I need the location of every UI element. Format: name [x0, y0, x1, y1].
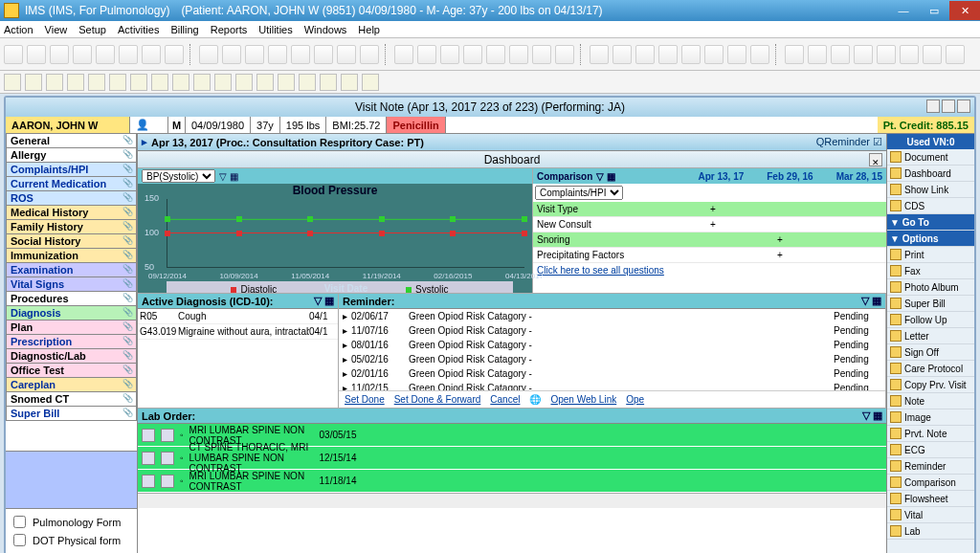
comparison-date[interactable]: Apr 13, 17: [698, 171, 744, 182]
toolbar-button-9[interactable]: [222, 45, 241, 64]
toolbar2-button-15[interactable]: [320, 74, 337, 91]
window-close-button[interactable]: ✕: [949, 1, 980, 20]
toolbar-button-6[interactable]: [142, 45, 161, 64]
toolbar2-button-3[interactable]: [67, 74, 84, 91]
comparison-row[interactable]: Visit Type+: [533, 202, 886, 217]
nav-allergy[interactable]: Allergy📎: [6, 147, 137, 163]
toolbar2-button-13[interactable]: [278, 74, 295, 91]
toolbar2-button-5[interactable]: [109, 74, 126, 91]
rnav-prvt-note[interactable]: Prvt. Note: [887, 426, 974, 442]
nav-super-bill[interactable]: Super Bill📎: [6, 406, 137, 421]
rnav-dashboard[interactable]: Dashboard: [887, 166, 974, 182]
toolbar2-button-2[interactable]: [46, 74, 63, 91]
reminder-row[interactable]: ▸11/02/15Green Opiod Risk Catagory -Pend…: [339, 381, 885, 390]
toolbar-button-28[interactable]: [681, 45, 701, 64]
rnav-copy-prv-visit[interactable]: Copy Prv. Visit: [887, 377, 974, 393]
toolbar2-button-8[interactable]: [172, 74, 189, 91]
toolbar-button-21[interactable]: [509, 45, 528, 64]
reminder-row[interactable]: ▸02/06/17Green Opiod Risk Catagory -Pend…: [339, 309, 885, 323]
comparison-date[interactable]: Feb 29, 16: [767, 171, 813, 182]
menu-action[interactable]: Action: [4, 24, 33, 35]
reminder-row[interactable]: ▸05/02/16Green Opiod Risk Catagory -Pend…: [339, 352, 885, 366]
nav-family-history[interactable]: Family History📎: [6, 219, 137, 234]
toolbar-button-26[interactable]: [635, 45, 655, 64]
toolbar-button-25[interactable]: [612, 45, 632, 64]
reminder-row[interactable]: ▸11/07/16Green Opiod Risk Catagory -Pend…: [339, 323, 885, 338]
nav-medical-history[interactable]: Medical History📎: [6, 205, 137, 220]
comparison-category-select[interactable]: Complaints/HPI: [535, 186, 623, 200]
toolbar-button-36[interactable]: [877, 45, 896, 64]
comparison-all-questions-link[interactable]: Click here to see all questions: [533, 263, 886, 277]
toolbar-button-7[interactable]: [165, 45, 184, 64]
menu-reports[interactable]: Reports: [211, 24, 248, 35]
toolbar-button-20[interactable]: [486, 45, 505, 64]
toolbar-button-1[interactable]: [27, 45, 46, 64]
toolbar-button-3[interactable]: [73, 45, 92, 64]
toolbar-button-35[interactable]: [854, 45, 873, 64]
nav-procedures[interactable]: Procedures📎: [6, 291, 137, 306]
rnav-note[interactable]: Note: [887, 393, 974, 409]
nav-immunization[interactable]: Immunization📎: [6, 248, 137, 263]
rnav-follow-up[interactable]: Follow Up: [887, 312, 974, 328]
rnav-cds[interactable]: CDS: [887, 198, 974, 214]
nav-plan[interactable]: Plan📎: [6, 320, 137, 335]
toolbar-button-30[interactable]: [727, 45, 746, 64]
reminder-action-link[interactable]: Cancel: [490, 394, 520, 405]
toolbar2-button-7[interactable]: [151, 74, 168, 91]
reminder-row[interactable]: ▸02/01/16Green Opiod Risk Catagory -Pend…: [339, 366, 885, 381]
toolbar-button-14[interactable]: [337, 45, 356, 64]
rnav-lab[interactable]: Lab: [887, 523, 974, 540]
toolbar-button-38[interactable]: [923, 45, 942, 64]
menu-activities[interactable]: Activities: [118, 24, 159, 35]
menu-windows[interactable]: Windows: [304, 24, 347, 35]
toolbar-button-8[interactable]: [199, 45, 218, 64]
dashboard-close-button[interactable]: ✕: [869, 153, 882, 166]
reminder-action-link[interactable]: Ope: [626, 394, 644, 405]
toolbar-button-34[interactable]: [831, 45, 850, 64]
toolbar-button-16[interactable]: [394, 45, 413, 64]
rnav-photo-album[interactable]: Photo Album: [887, 279, 974, 296]
toolbar-button-31[interactable]: [750, 45, 769, 64]
rnav-image[interactable]: Image: [887, 409, 974, 426]
toolbar-button-4[interactable]: [96, 45, 115, 64]
rnav-comparison[interactable]: Comparison: [887, 475, 974, 491]
toolbar-button-10[interactable]: [245, 45, 264, 64]
toolbar-button-15[interactable]: [360, 45, 379, 64]
reminder-action-link[interactable]: Set Done & Forward: [394, 394, 481, 405]
toolbar-button-33[interactable]: [808, 45, 827, 64]
toolbar2-button-17[interactable]: [362, 74, 379, 91]
comparison-date[interactable]: Mar 28, 15: [836, 171, 882, 182]
menu-billing[interactable]: Billing: [170, 24, 198, 35]
toolbar2-button-9[interactable]: [193, 74, 211, 91]
nav-careplan[interactable]: Careplan📎: [6, 377, 137, 392]
toolbar2-button-12[interactable]: [256, 74, 274, 91]
nav-examination[interactable]: Examination📎: [6, 262, 137, 277]
rnav-print[interactable]: Print: [887, 247, 974, 263]
nav-complaints-hpi[interactable]: Complaints/HPI📎: [6, 162, 137, 177]
toolbar-button-24[interactable]: [590, 45, 609, 64]
toolbar-button-32[interactable]: [785, 45, 804, 64]
toolbar2-button-0[interactable]: [4, 74, 21, 91]
options-header[interactable]: ▼ Options: [887, 231, 974, 247]
rnav-vital[interactable]: Vital: [887, 507, 974, 523]
qreminder-link[interactable]: QReminder ☑: [816, 136, 882, 148]
rnav-flowsheet[interactable]: Flowsheet: [887, 491, 974, 507]
nav-social-history[interactable]: Social History📎: [6, 233, 137, 249]
nav-ros[interactable]: ROS📎: [6, 190, 137, 206]
nav-general[interactable]: General📎: [6, 134, 137, 148]
goto-header[interactable]: ▼ Go To: [887, 214, 974, 231]
menu-view[interactable]: View: [45, 24, 68, 35]
reminder-action-link[interactable]: Open Web Link: [550, 394, 616, 405]
toolbar2-button-10[interactable]: [214, 74, 232, 91]
chart-series-select[interactable]: BP(Systolic): [142, 169, 215, 183]
toolbar-button-2[interactable]: [50, 45, 69, 64]
rnav-document[interactable]: Document: [887, 149, 974, 166]
expand-icon[interactable]: ▸: [142, 136, 147, 148]
horizontal-scrollbar[interactable]: [138, 493, 886, 508]
toolbar-button-11[interactable]: [268, 45, 287, 64]
toolbar-button-29[interactable]: [704, 45, 724, 64]
nav-vital-signs[interactable]: Vital Signs📎: [6, 276, 137, 292]
toolbar-button-5[interactable]: [119, 45, 138, 64]
toolbar-button-39[interactable]: [946, 45, 965, 64]
toolbar2-button-4[interactable]: [88, 74, 105, 91]
